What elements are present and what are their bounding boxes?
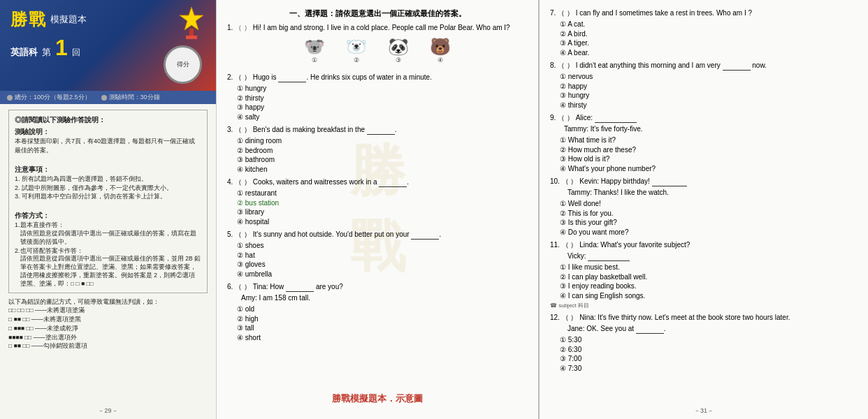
question-2: 2. （ ） Hugo is . He drinks six cups of w…	[227, 73, 528, 122]
animal-1: 🐨 ①	[296, 37, 333, 68]
q5-opt4: ④ umbrella	[227, 270, 528, 279]
q11-opt2: ② I can play basketball well.	[550, 272, 858, 282]
q4-opt4: ④ hospital	[227, 217, 528, 227]
q11-note: ☎ subject 科目	[550, 302, 858, 309]
subtitle-label: 模擬題本	[50, 13, 87, 26]
q6-opt1: ① old	[227, 304, 528, 314]
score-label: 得分	[177, 60, 189, 69]
q10-opt2: ② This is for you.	[550, 209, 858, 219]
q2-opt2: ② thirsty	[227, 94, 528, 103]
right-page: 7. （ ） I can fly and I sometimes take a …	[540, 0, 868, 419]
q6-text: 6. （ ） Tina: How are you?	[227, 282, 528, 292]
marking4: ■■■■ □□ ——塗出選項外	[8, 333, 208, 342]
q12-opt3: ③ 7:00	[550, 354, 858, 364]
q4-opt2: ② bus station	[227, 198, 528, 208]
q12-opt4: ④ 7:30	[550, 364, 858, 374]
left-page: 勝戰 模擬題本 英語科 第 1 回 得分 總分：100分（每題2.5分） 測驗時…	[0, 0, 217, 419]
question-10: 10. （ ） Kevin: Happy birthday! Tammy: Th…	[550, 177, 858, 237]
info-total: 總分：100分（每題2.5分）	[7, 93, 91, 102]
round-number: 1	[55, 35, 68, 61]
q8-opt3: ③ hungry	[550, 91, 858, 101]
q1-text: 1. （ ） Hi! I am big and strong. I live i…	[227, 23, 528, 33]
dot-icon2	[101, 95, 107, 101]
note-title: 注意事項：	[15, 165, 201, 175]
right-content: 7. （ ） I can fly and I sometimes take a …	[550, 8, 858, 373]
animal-images: 🐨 ① 🐻‍❄️ ② 🐼 ③ 🐻 ④	[227, 37, 528, 68]
q6-text2: Amy: I am 158 cm tall.	[227, 293, 528, 303]
animal-3: 🐼 ③	[380, 37, 417, 68]
q11-text: 11. （ ） Linda: What's your favorite subj…	[550, 240, 858, 250]
animal-2: 🐻‍❄️ ②	[338, 37, 375, 68]
q3-opt2: ② bedroom	[227, 146, 528, 156]
q9-text2: Tammy: It's five forty-five.	[550, 124, 858, 134]
q4-opt3: ③ library	[227, 207, 528, 217]
note3: 3. 可利用題本中空白部分計算，切勿在答案卡上計算。	[15, 192, 201, 201]
q2-opt3: ③ happy	[227, 103, 528, 112]
markings-title: 以下為錯誤的畫記方式，可能導致電腦無法判讀，如：	[8, 297, 208, 307]
medal-icon	[178, 6, 205, 41]
q1-num: 1.	[227, 24, 233, 31]
question-11: 11. （ ） Linda: What's your favorite subj…	[550, 240, 858, 309]
q8-opt2: ② happy	[550, 82, 858, 91]
page-container: 勝戰 模擬題本 英語科 第 1 回 得分 總分：100分（每題2.5分） 測驗時…	[0, 0, 868, 419]
q10-text2: Tammy: Thanks! I like the watch.	[550, 188, 858, 198]
note2: 2. 試題中所附圖形，僅作為參考，不一定代表實際大小。	[15, 184, 201, 193]
q10-text: 10. （ ） Kevin: Happy birthday!	[550, 177, 858, 186]
marking5: □ ■■ □□ ——勾掉銷毀前選項	[8, 341, 208, 351]
svg-rect-2	[186, 36, 197, 39]
marking1: □□ □□ □□ ——未將選項塗滿	[8, 306, 208, 315]
question-9: 9. （ ） Alice: Tammy: It's five forty-fiv…	[550, 113, 858, 173]
question-4: 4. （ ） Cooks, waiters and waitresses wor…	[227, 177, 528, 226]
q12-text: 12. （ ） Nina: It's five thirty now. Let'…	[550, 313, 858, 323]
instruction-box: ◎請閱讀以下測驗作答說明： 測驗說明： 本卷採雙面印刷，共7頁，有40題選擇題，…	[8, 110, 208, 293]
method-title: 作答方式：	[15, 211, 201, 221]
animal-4: 🐻 ④	[422, 37, 458, 68]
q5-opt1: ① shoes	[227, 241, 528, 251]
q6-opt3: ③ tall	[227, 323, 528, 333]
q9-opt2: ② How much are these?	[550, 145, 858, 155]
info-bar: 總分：100分（每題2.5分） 測驗時間：30分鐘	[0, 91, 216, 104]
title-row: 勝戰 模擬題本	[10, 8, 205, 31]
q8-opt4: ④ thirsty	[550, 101, 858, 110]
question-8: 8. （ ） I didn't eat anything this mornin…	[550, 61, 858, 110]
section-header: 一、選擇題：請依題意選出一個正確或最佳的答案。	[227, 8, 528, 19]
question-1: 1. （ ） Hi! I am big and strong. I live i…	[227, 23, 528, 68]
q4-text: 4. （ ） Cooks, waiters and waitresses wor…	[227, 177, 528, 187]
q9-text: 9. （ ） Alice:	[550, 113, 858, 123]
q2-opt1: ① hungry	[227, 84, 528, 94]
explanation-title: 測驗說明：	[15, 127, 201, 137]
q6-opt2: ② high	[227, 314, 528, 324]
marking3: □ ■■■ □□ ——未塗成乾淨	[8, 324, 208, 333]
q10-opt3: ③ Is this your gift?	[550, 218, 858, 228]
question-5: 5. （ ） It's sunny and hot outside. You'd…	[227, 230, 528, 279]
q11-text2: Vicky:	[550, 251, 858, 261]
svg-marker-0	[180, 7, 203, 30]
marking2: □ ■■ □□ ——未將選項塗黑	[8, 315, 208, 324]
question-3: 3. （ ） Ben's dad is making breakfast in …	[227, 125, 528, 174]
q5-opt3: ③ gloves	[227, 260, 528, 270]
q1-paren: （ ）	[235, 24, 251, 31]
dot-icon	[7, 95, 13, 101]
q7-opt4: ④ A bear.	[550, 48, 858, 58]
q1-content: Hi! I am big and strong. I live in a col…	[253, 24, 510, 31]
q6-opt4: ④ short	[227, 333, 528, 343]
explanation-text: 本卷採雙面印刷，共7頁，有40題選擇題，每題都只有一個正確或最佳的答案。	[15, 137, 201, 154]
method1: 1.題本直接作答：	[15, 221, 201, 230]
q3-opt3: ③ bathroom	[227, 155, 528, 165]
q2-opt4: ④ salty	[227, 112, 528, 122]
info-time: 測驗時間：30分鐘	[101, 93, 160, 102]
middle-content: 一、選擇題：請依題意選出一個正確或最佳的答案。 1. （ ） Hi! I am …	[227, 8, 528, 342]
read-instruction: ◎請閱讀以下測驗作答說明：	[15, 115, 201, 125]
q7-opt3: ③ A tiger.	[550, 38, 858, 48]
q9-opt3: ③ How old is it?	[550, 154, 858, 164]
q3-opt1: ① dining room	[227, 136, 528, 146]
q9-opt1: ① What time is it?	[550, 135, 858, 145]
q11-opt4: ④ I can sing English songs.	[550, 291, 858, 301]
right-page-number: －31－	[694, 406, 714, 416]
score-circle: 得分	[164, 45, 202, 84]
left-content: ◎請閱讀以下測驗作答說明： 測驗說明： 本卷採雙面印刷，共7頁，有40題選擇題，…	[0, 104, 216, 356]
subject-label: 英語科	[10, 46, 38, 59]
q10-opt4: ④ Do you want more?	[550, 228, 858, 237]
q4-opt1: ① restaurant	[227, 189, 528, 198]
round-suffix: 回	[72, 47, 80, 59]
